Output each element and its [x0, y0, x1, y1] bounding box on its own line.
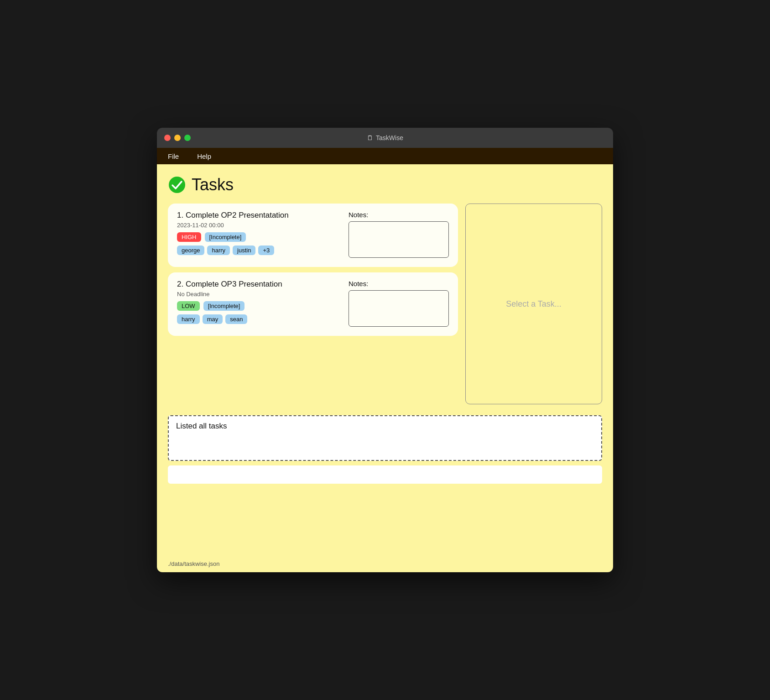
assignee-george: george [177, 246, 204, 255]
task-2-badges: LOW [Incomplete] [177, 301, 339, 311]
task-1-priority-badge: HIGH [177, 232, 201, 242]
minimize-button[interactable] [174, 135, 181, 141]
task-2-notes-input[interactable] [349, 290, 449, 327]
assignee-more-1: +3 [258, 246, 274, 255]
task-2-notes-label: Notes: [349, 280, 449, 287]
task-1-title: 1. Complete OP2 Presentatation [177, 211, 339, 220]
assignee-sean: sean [225, 314, 247, 324]
app-title-text: TaskWise [376, 134, 403, 141]
command-input[interactable] [173, 470, 597, 477]
detail-panel: Select a Task... [465, 204, 602, 404]
task-1-status-badge: [Incomplete] [205, 232, 246, 242]
task-2-priority-badge: LOW [177, 301, 200, 311]
menu-help[interactable]: Help [193, 151, 215, 162]
menu-file[interactable]: File [164, 151, 182, 162]
app-icon: 🗒 [367, 134, 373, 141]
assignee-harry: harry [207, 246, 230, 255]
task-1-notes-input[interactable] [349, 221, 449, 258]
traffic-lights [164, 135, 191, 141]
task-2-title: 2. Complete OP3 Presentation [177, 280, 339, 289]
tasks-icon [168, 176, 186, 194]
task-card-1[interactable]: 1. Complete OP2 Presentatation 2023-11-0… [168, 204, 458, 267]
log-panel: Listed all tasks [168, 415, 602, 461]
menubar: File Help [157, 148, 613, 164]
task-2-deadline: No Deadline [177, 291, 339, 298]
task-1-badges: HIGH [Incomplete] [177, 232, 339, 242]
tasks-list: 1. Complete OP2 Presentatation 2023-11-0… [168, 204, 458, 404]
task-2-info: 2. Complete OP3 Presentation No Deadline… [177, 280, 339, 324]
main-content: Tasks 1. Complete OP2 Presentatation 202… [157, 164, 613, 557]
task-2-assignees: harry may sean [177, 314, 339, 324]
task-1-info: 1. Complete OP2 Presentatation 2023-11-0… [177, 211, 339, 255]
app-window: 🗒 TaskWise File Help Tasks [157, 128, 613, 572]
window-title: 🗒 TaskWise [367, 134, 403, 141]
assignee-justin: justin [233, 246, 255, 255]
footer-path: ./data/taskwise.json [168, 560, 219, 567]
svg-point-0 [169, 177, 185, 193]
command-bar[interactable] [168, 465, 602, 484]
assignee-may: may [203, 314, 223, 324]
task-2-notes: Notes: [349, 280, 449, 329]
close-button[interactable] [164, 135, 171, 141]
log-title: Listed all tasks [176, 422, 594, 431]
titlebar: 🗒 TaskWise [157, 128, 613, 148]
footer: ./data/taskwise.json [157, 557, 613, 572]
task-1-notes-label: Notes: [349, 211, 449, 219]
task-1-assignees: george harry justin +3 [177, 246, 339, 255]
page-header: Tasks [168, 175, 602, 194]
task-2-status-badge: [Incomplete] [203, 301, 245, 311]
tasks-layout: 1. Complete OP2 Presentatation 2023-11-0… [168, 204, 602, 404]
maximize-button[interactable] [184, 135, 191, 141]
task-card-2[interactable]: 2. Complete OP3 Presentation No Deadline… [168, 272, 458, 336]
assignee-harry-2: harry [177, 314, 200, 324]
select-task-placeholder: Select a Task... [506, 299, 562, 309]
page-title-text: Tasks [192, 175, 234, 194]
task-1-deadline: 2023-11-02 00:00 [177, 222, 339, 229]
task-1-notes: Notes: [349, 211, 449, 260]
